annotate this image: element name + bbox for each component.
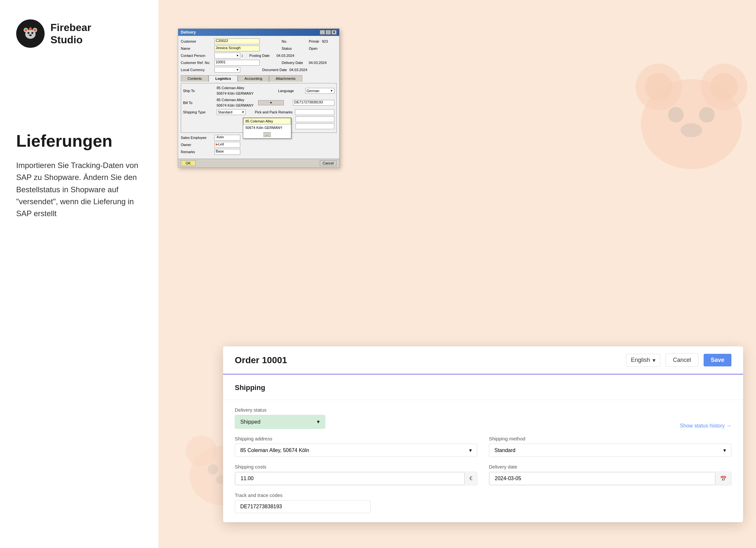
sap-popup-item-2[interactable]: 50674 Köln GERMANY: [243, 124, 291, 131]
sw-shipping-method-label: Shipping method: [489, 436, 731, 441]
sw-tracking-input[interactable]: [235, 500, 371, 513]
sw-shipping-title: Shipping: [235, 383, 731, 392]
sap-vat-input[interactable]: DE717273838193: [293, 100, 334, 106]
sap-delivery-label: Delivery Date: [282, 61, 308, 65]
sap-customer-input[interactable]: C20022: [214, 38, 260, 44]
sap-document-label: Document Date: [262, 68, 288, 72]
sap-customer-row: Customer C20022 No. Primär 923: [181, 38, 337, 44]
sap-shipto-row: Ship To 85 Coleman Alley 50674 Köln GERM…: [183, 85, 334, 96]
sap-logistics-section: Ship To 85 Coleman Alley 50674 Köln GERM…: [181, 83, 337, 133]
sap-billto-label: Bill To: [183, 101, 215, 105]
sap-employee-input[interactable]: -Kein: [214, 135, 240, 141]
sap-name-row: Name Jessica Scough Status Open: [181, 46, 337, 51]
sap-owner-input[interactable]: ▶Leit: [214, 142, 240, 148]
sap-ref-label: Customer Ref. No.: [181, 61, 213, 65]
sap-tab-accounting[interactable]: Accounting: [238, 75, 269, 82]
sw-shipping-method-select[interactable]: Standard ▾: [489, 444, 731, 457]
sap-window-title: Delivery: [181, 30, 196, 35]
sap-shipping-dropdown[interactable]: Standard ▼: [217, 109, 246, 115]
sw-language-value: English: [631, 357, 650, 363]
sap-tabs: Contents Logistics Accounting Attachment…: [181, 75, 337, 82]
sap-currency-row: Local Currency ▼ Document Date 04.03.202…: [181, 67, 337, 73]
sap-tab-attachments[interactable]: Attachments: [269, 75, 302, 82]
sap-name-label: Name: [181, 47, 213, 50]
sw-calendar-icon[interactable]: 📅: [715, 472, 731, 485]
watermark-top: [614, 39, 756, 194]
sap-remarks-row: Remarks Base: [181, 149, 337, 155]
logo-icon: [16, 19, 45, 48]
svg-point-7: [31, 32, 33, 34]
sw-body: Shipping Delivery status Shipped ▾ Show …: [223, 374, 743, 522]
left-panel: Firebear Studio Lieferungen Importieren …: [0, 0, 158, 548]
logo-text: Firebear Studio: [50, 21, 91, 46]
svg-point-20: [208, 464, 218, 475]
sap-pick-label: Pick and Pack Remarks: [255, 110, 294, 114]
sap-remarks-input[interactable]: Base: [214, 149, 240, 155]
sap-tab-contents[interactable]: Contents: [181, 75, 209, 82]
sw-shipping-costs-wrap: €: [235, 472, 477, 485]
sap-customer-label: Customer: [181, 39, 213, 43]
logo-svg: [21, 24, 40, 43]
sw-tracking-label: Track and trace codes: [235, 492, 731, 498]
sap-cancel-button[interactable]: Cancel: [320, 160, 337, 166]
sap-document-value: 04.03.2024: [289, 68, 307, 72]
chevron-down-icon-4: ▾: [723, 447, 726, 453]
page-title: Lieferungen: [16, 132, 142, 150]
sap-shipto-label: Ship To: [183, 89, 215, 93]
sap-owner-row: Owner ▶Leit: [181, 142, 337, 148]
sw-delivery-status-group: Delivery status Shipped ▾ Show status hi…: [235, 407, 731, 429]
sap-bottom-bar: OK Cancel: [178, 159, 339, 167]
sap-tab-logistics[interactable]: Logistics: [209, 75, 238, 82]
sw-language-select[interactable]: English ▾: [626, 354, 660, 367]
sap-billto-row: Bill To 85 Coleman Alley 50674 Köln GERM…: [183, 97, 334, 108]
sap-language-dropdown[interactable]: German ▼: [305, 88, 334, 94]
svg-point-12: [645, 73, 673, 101]
sap-ok-button[interactable]: OK: [181, 160, 196, 166]
sw-shipping-address-label: Shipping address: [235, 436, 477, 441]
sw-save-button[interactable]: Save: [704, 354, 731, 366]
sap-remarks-label: Remarks: [181, 150, 213, 154]
sap-status-value: Open: [309, 47, 318, 50]
sw-delivery-date-input[interactable]: [489, 472, 715, 485]
sap-shipping-label: Shipping Type: [183, 110, 215, 114]
sap-owner-label: Owner: [181, 143, 213, 147]
sap-body: Customer C20022 No. Primär 923 Name Jess…: [178, 36, 339, 159]
sw-shipping-method-value: Standard: [494, 447, 515, 453]
sap-delivery-date-value: 04.03.2024: [309, 61, 327, 65]
svg-point-13: [710, 73, 738, 101]
chevron-down-icon-3: ▾: [469, 447, 472, 453]
sw-shipping-costs-input[interactable]: [235, 472, 465, 485]
sw-order-title: Order 10001: [235, 355, 287, 365]
svg-point-14: [668, 107, 684, 123]
sap-currency-dropdown[interactable]: ▼: [214, 67, 240, 73]
page-description: Importieren Sie Tracking-Daten von SAP z…: [16, 159, 139, 220]
sap-pick-input[interactable]: [295, 109, 334, 115]
sap-popup-more-btn[interactable]: ...: [264, 132, 271, 137]
sw-shipping-address-value: 85 Coleman Alley, 50674 Köln: [240, 447, 309, 453]
sap-minimize-btn[interactable]: _: [320, 30, 325, 35]
sap-bp-contact-input[interactable]: [296, 124, 334, 129]
sap-bp-name-input[interactable]: [296, 116, 334, 122]
sw-delivery-date-wrap: 📅: [489, 472, 731, 485]
sap-no-value: 923: [322, 39, 328, 43]
sw-shipping-address-select[interactable]: 85 Coleman Alley, 50674 Köln ▾: [235, 444, 477, 457]
sw-shipping-costs-label: Shipping costs: [235, 464, 477, 469]
sap-close-btn[interactable]: ✕: [331, 30, 337, 35]
sap-ref-input[interactable]: 10001: [214, 60, 260, 66]
sw-delivery-date-label: Delivery date: [489, 464, 731, 469]
sap-name-input[interactable]: Jessica Scough: [214, 46, 260, 51]
sw-cancel-button[interactable]: Cancel: [665, 353, 698, 367]
sap-maximize-btn[interactable]: □: [326, 30, 331, 35]
sw-shipping-costs-field: Shipping costs €: [235, 464, 477, 485]
sw-status-select[interactable]: Shipped ▾: [235, 415, 325, 429]
sw-shipping-address-field: Shipping address 85 Coleman Alley, 50674…: [235, 436, 477, 457]
sap-contact-dropdown[interactable]: ▼: [214, 53, 240, 59]
svg-point-6: [27, 32, 29, 34]
sw-status-value: Shipped: [240, 419, 260, 425]
sap-popup-item-1[interactable]: 85 Coleman Alley: [243, 118, 291, 124]
sw-show-history-link[interactable]: Show status history →: [680, 423, 731, 429]
sap-contact-label: Contact Person: [181, 54, 213, 58]
sap-billto-address: 85 Coleman Alley 50674 Köln GERMANY: [217, 97, 255, 108]
sap-window-controls: _ □ ✕: [320, 30, 337, 35]
sap-billto-dropdown[interactable]: ▼: [258, 100, 284, 105]
